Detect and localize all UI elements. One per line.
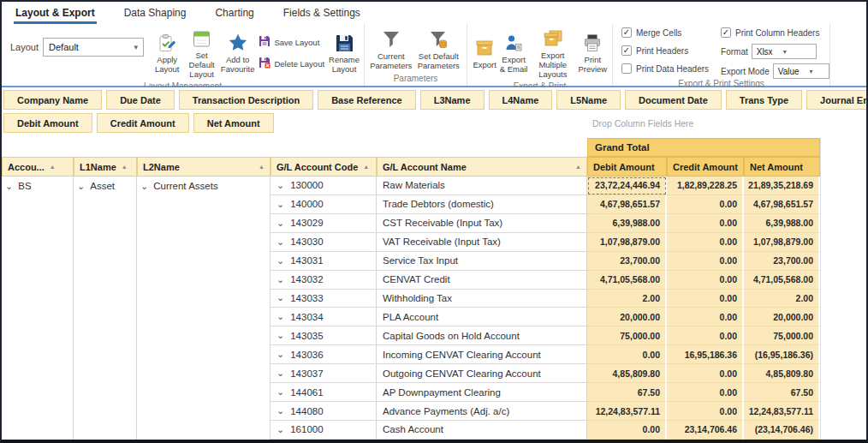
checkbox-print-headers[interactable]: ✓ Print Headers	[621, 44, 709, 57]
gl-name-cell[interactable]: Service Tax Input	[377, 252, 587, 271]
checkbox-icon[interactable]: ✓	[621, 27, 632, 38]
net-cell[interactable]: 1,07,98,879.00	[744, 233, 820, 252]
field-chip-trans-type[interactable]: Trans Type	[726, 90, 802, 110]
field-chip-company-name[interactable]: Company Name	[3, 90, 102, 110]
sort-ascending-icon[interactable]: ▲	[363, 164, 369, 170]
chevron-down-icon[interactable]: ⌄	[276, 331, 284, 340]
field-chip-document-date[interactable]: Document Date	[625, 90, 722, 110]
checkbox-icon[interactable]: ✓	[721, 27, 731, 38]
credit-cell[interactable]: 1,82,89,228.25	[667, 177, 744, 195]
field-chip-l5name[interactable]: L5Name	[556, 90, 621, 110]
debit-cell[interactable]: 23,700.00	[587, 252, 667, 271]
chevron-down-icon[interactable]: ⌄	[276, 181, 284, 190]
net-cell[interactable]: 67.50	[744, 383, 820, 402]
gl-code-cell[interactable]: ⌄143030	[271, 233, 377, 252]
checkbox-icon[interactable]: ✓	[621, 45, 632, 56]
chevron-down-icon[interactable]: ⌄	[276, 406, 284, 416]
chevron-down-icon[interactable]: ⌄	[276, 312, 284, 321]
net-cell[interactable]: 12,24,83,577.11	[744, 402, 820, 421]
field-chip-l3name[interactable]: L3Name	[420, 90, 485, 110]
gl-code-cell[interactable]: ⌄143029	[271, 214, 377, 233]
gl-name-cell[interactable]: VAT Receivable (Input Tax)	[377, 233, 587, 252]
rename-layout-button[interactable]: Rename Layout	[328, 30, 360, 76]
gl-code-cell[interactable]: ⌄143035	[271, 326, 377, 345]
credit-cell[interactable]: 0.00	[667, 233, 744, 252]
debit-cell[interactable]: 1,07,98,879.00	[587, 233, 667, 252]
export-button[interactable]: Export	[471, 35, 498, 72]
gl-name-cell[interactable]: CST Receivable (Input Tax)	[377, 214, 587, 233]
credit-cell[interactable]: 0.00	[667, 383, 744, 402]
net-cell[interactable]: 21,89,35,218.69	[744, 177, 820, 195]
credit-cell[interactable]: 0.00	[667, 364, 744, 383]
chevron-down-icon[interactable]: ⌄	[276, 387, 284, 397]
chevron-down-icon[interactable]: ⌄	[276, 237, 284, 247]
export-email-button[interactable]: Export & Email	[498, 30, 529, 76]
print-preview-button[interactable]: Print Preview	[577, 30, 609, 76]
gl-name-cell[interactable]: Capital Goods on Hold Account	[377, 326, 587, 345]
credit-cell[interactable]: 0.00	[667, 214, 744, 233]
header-account[interactable]: Accou...▲	[2, 157, 74, 177]
sort-ascending-icon[interactable]: ▲	[50, 164, 56, 170]
checkbox-merge-cells[interactable]: ✓ Merge Cells	[621, 26, 709, 39]
net-cell[interactable]: 75,000.00	[744, 326, 820, 345]
gl-name-cell[interactable]: Incoming CENVAT Clearing Account	[377, 345, 587, 364]
save-layout-button[interactable]: Save Layout	[259, 35, 324, 51]
gl-code-cell[interactable]: ⌄140000	[271, 195, 377, 214]
current-parameters-button[interactable]: Current Parameters	[368, 27, 414, 73]
layout-select[interactable]: Default ▾	[43, 38, 144, 57]
debit-cell[interactable]: 20,000.00	[587, 308, 667, 326]
gl-code-cell[interactable]: ⌄143036	[271, 345, 377, 364]
set-default-layout-button[interactable]: Set Default Layout	[183, 26, 219, 81]
chevron-down-icon[interactable]: ⌄	[140, 182, 148, 191]
net-cell[interactable]: 4,71,05,568.00	[744, 271, 820, 290]
gl-code-cell[interactable]: ⌄144080	[271, 402, 377, 421]
credit-cell[interactable]: 0.00	[667, 290, 744, 308]
chevron-down-icon[interactable]: ⌄	[276, 200, 284, 209]
chevron-down-icon[interactable]: ⌄	[276, 219, 284, 228]
gl-code-cell[interactable]: ⌄161000	[271, 421, 377, 440]
gl-name-cell[interactable]: PLA Account	[377, 308, 587, 326]
header-l1name[interactable]: L1Name▲	[74, 157, 137, 177]
cell-account-bs[interactable]: ⌄BS	[2, 177, 74, 440]
field-chip-debit-amount[interactable]: Debit Amount	[3, 113, 92, 133]
checkbox-print-column-headers[interactable]: ✓ Print Column Headers	[721, 26, 829, 39]
sort-ascending-icon[interactable]: ▲	[575, 164, 581, 170]
field-chip-due-date[interactable]: Due Date	[106, 90, 175, 110]
gl-code-cell[interactable]: ⌄143034	[271, 308, 377, 326]
field-chip-net-amount[interactable]: Net Amount	[193, 113, 274, 133]
gl-name-cell[interactable]: AP Downpayment Clearing	[377, 383, 587, 402]
gl-name-cell[interactable]: Withholding Tax	[377, 290, 587, 308]
field-chip-credit-amount[interactable]: Credit Amount	[97, 113, 189, 133]
debit-cell[interactable]: 4,85,809.80	[587, 364, 667, 383]
apply-layout-button[interactable]: Apply Layout	[151, 30, 183, 76]
delete-layout-button[interactable]: Delete Layout	[259, 57, 324, 72]
header-debit-amount[interactable]: Debit Amount	[587, 157, 667, 177]
credit-cell[interactable]: 0.00	[667, 271, 744, 290]
gl-code-cell[interactable]: ⌄143032	[271, 271, 377, 290]
debit-cell[interactable]: 2.00	[587, 290, 667, 308]
net-cell[interactable]: (23,14,706.46)	[744, 421, 820, 440]
gl-code-cell[interactable]: ⌄130000	[271, 177, 377, 195]
export-multiple-layouts-button[interactable]: Export Multiple Layouts	[529, 26, 577, 81]
credit-cell[interactable]: 16,95,186.36	[667, 345, 744, 364]
sort-ascending-icon[interactable]: ▲	[122, 164, 128, 170]
net-cell[interactable]: 2.00	[744, 290, 820, 308]
header-gl-account-code[interactable]: G/L Account Code▲	[271, 157, 377, 177]
gl-code-cell[interactable]: ⌄143033	[271, 290, 377, 308]
chevron-down-icon[interactable]: ⌄	[276, 275, 284, 284]
chevron-down-icon[interactable]: ⌄	[276, 256, 284, 266]
tab-charting[interactable]: Charting	[213, 3, 255, 24]
credit-cell[interactable]: 0.00	[667, 308, 744, 326]
sort-ascending-icon[interactable]: ▲	[259, 164, 265, 170]
debit-cell[interactable]: 4,67,98,651.57	[587, 195, 667, 214]
net-cell[interactable]: 6,39,988.00	[744, 214, 820, 233]
format-select[interactable]: Xlsx ▾	[752, 44, 817, 59]
chevron-down-icon[interactable]: ⌄	[276, 293, 284, 302]
cell-l2name-current-assets[interactable]: ⌄Current Assets	[137, 177, 271, 440]
header-credit-amount[interactable]: Credit Amount	[667, 157, 744, 177]
net-cell[interactable]: (16,95,186.36)	[744, 345, 820, 364]
tab-data-shaping[interactable]: Data Shaping	[122, 3, 188, 24]
set-default-parameters-button[interactable]: Set Default Parameters	[414, 27, 463, 73]
grand-total-header[interactable]: Grand Total	[587, 138, 820, 157]
credit-cell[interactable]: 23,14,706.46	[667, 421, 744, 440]
